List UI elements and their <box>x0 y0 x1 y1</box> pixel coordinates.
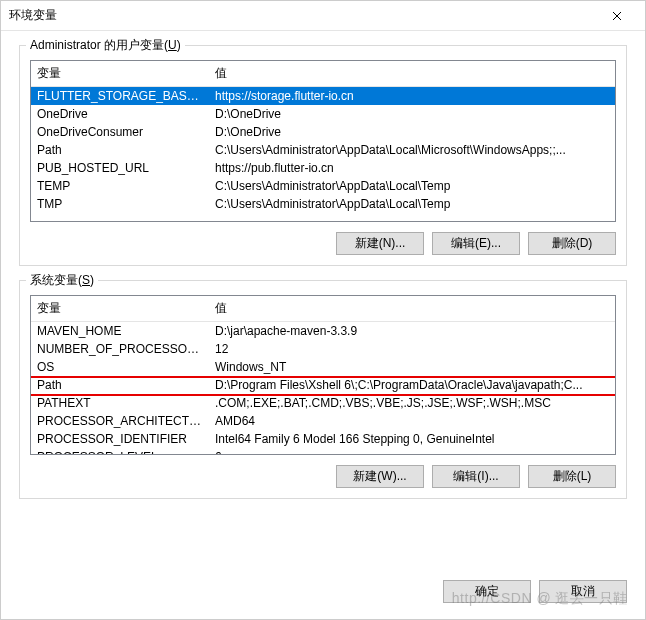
variable-name: FLUTTER_STORAGE_BASE_U... <box>31 88 209 104</box>
titlebar: 环境变量 <box>1 1 645 31</box>
system-vars-legend: 系统变量(S) <box>26 272 98 289</box>
table-row[interactable]: FLUTTER_STORAGE_BASE_U...https://storage… <box>31 87 615 105</box>
user-vars-list[interactable]: 变量 值 FLUTTER_STORAGE_BASE_U...https://st… <box>30 60 616 222</box>
table-row[interactable]: TEMPC:\Users\Administrator\AppData\Local… <box>31 177 615 195</box>
user-buttons: 新建(N)... 编辑(E)... 删除(D) <box>30 232 616 255</box>
table-row[interactable]: MAVEN_HOMED:\jar\apache-maven-3.3.9 <box>31 322 615 340</box>
variable-name: TEMP <box>31 178 209 194</box>
list-header: 变量 值 <box>31 61 615 87</box>
variable-value: D:\Program Files\Xshell 6\;C:\ProgramDat… <box>209 377 615 393</box>
user-new-button[interactable]: 新建(N)... <box>336 232 424 255</box>
table-row[interactable]: PathC:\Users\Administrator\AppData\Local… <box>31 141 615 159</box>
variable-value: https://storage.flutter-io.cn <box>209 88 615 104</box>
variable-name: PROCESSOR_ARCHITECTURE <box>31 413 209 429</box>
variable-value: 12 <box>209 341 615 357</box>
table-row[interactable]: PUB_HOSTED_URLhttps://pub.flutter-io.cn <box>31 159 615 177</box>
user-delete-button[interactable]: 删除(D) <box>528 232 616 255</box>
variable-name: OneDriveConsumer <box>31 124 209 140</box>
system-new-button[interactable]: 新建(W)... <box>336 465 424 488</box>
variable-value: 6 <box>209 449 615 455</box>
variable-value: C:\Users\Administrator\AppData\Local\Tem… <box>209 178 615 194</box>
list-header: 变量 值 <box>31 296 615 322</box>
variable-value: C:\Users\Administrator\AppData\Local\Tem… <box>209 196 615 212</box>
system-vars-group: 系统变量(S) 变量 值 MAVEN_HOMED:\jar\apache-mav… <box>19 280 627 499</box>
cancel-button[interactable]: 取消 <box>539 580 627 603</box>
variable-value: .COM;.EXE;.BAT;.CMD;.VBS;.VBE;.JS;.JSE;.… <box>209 395 615 411</box>
variable-value: D:\OneDrive <box>209 106 615 122</box>
variable-name: MAVEN_HOME <box>31 323 209 339</box>
variable-name: Path <box>31 142 209 158</box>
window-title: 环境变量 <box>9 7 57 24</box>
table-row[interactable]: TMPC:\Users\Administrator\AppData\Local\… <box>31 195 615 213</box>
env-vars-dialog: 环境变量 Administrator 的用户变量(U) 变量 值 FLUTTER… <box>0 0 646 620</box>
variable-value: D:\OneDrive <box>209 124 615 140</box>
variable-name: PROCESSOR_IDENTIFIER <box>31 431 209 447</box>
variable-name: NUMBER_OF_PROCESSORS <box>31 341 209 357</box>
col-header-variable[interactable]: 变量 <box>31 296 209 322</box>
system-edit-button[interactable]: 编辑(I)... <box>432 465 520 488</box>
table-row[interactable]: PathD:\Program Files\Xshell 6\;C:\Progra… <box>31 376 615 394</box>
dialog-footer: 确定 取消 <box>1 580 645 619</box>
user-edit-button[interactable]: 编辑(E)... <box>432 232 520 255</box>
col-header-variable[interactable]: 变量 <box>31 61 209 87</box>
variable-value: D:\jar\apache-maven-3.3.9 <box>209 323 615 339</box>
variable-value: https://pub.flutter-io.cn <box>209 160 615 176</box>
user-vars-group: Administrator 的用户变量(U) 变量 值 FLUTTER_STOR… <box>19 45 627 266</box>
user-vars-legend: Administrator 的用户变量(U) <box>26 37 185 54</box>
variable-name: TMP <box>31 196 209 212</box>
table-row[interactable]: OneDriveD:\OneDrive <box>31 105 615 123</box>
col-header-value[interactable]: 值 <box>209 61 615 87</box>
variable-name: OS <box>31 359 209 375</box>
table-row[interactable]: PROCESSOR_LEVEL6 <box>31 448 615 455</box>
dialog-content: Administrator 的用户变量(U) 变量 值 FLUTTER_STOR… <box>1 31 645 580</box>
variable-name: OneDrive <box>31 106 209 122</box>
table-row[interactable]: NUMBER_OF_PROCESSORS12 <box>31 340 615 358</box>
variable-value: Windows_NT <box>209 359 615 375</box>
variable-name: PUB_HOSTED_URL <box>31 160 209 176</box>
ok-button[interactable]: 确定 <box>443 580 531 603</box>
system-buttons: 新建(W)... 编辑(I)... 删除(L) <box>30 465 616 488</box>
table-row[interactable]: PROCESSOR_IDENTIFIERIntel64 Family 6 Mod… <box>31 430 615 448</box>
variable-name: Path <box>31 377 209 393</box>
table-row[interactable]: PATHEXT.COM;.EXE;.BAT;.CMD;.VBS;.VBE;.JS… <box>31 394 615 412</box>
close-button[interactable] <box>597 2 637 30</box>
variable-name: PROCESSOR_LEVEL <box>31 449 209 455</box>
variable-name: PATHEXT <box>31 395 209 411</box>
variable-value: AMD64 <box>209 413 615 429</box>
col-header-value[interactable]: 值 <box>209 296 615 322</box>
variable-value: Intel64 Family 6 Model 166 Stepping 0, G… <box>209 431 615 447</box>
system-delete-button[interactable]: 删除(L) <box>528 465 616 488</box>
table-row[interactable]: OneDriveConsumerD:\OneDrive <box>31 123 615 141</box>
close-icon <box>612 11 622 21</box>
variable-value: C:\Users\Administrator\AppData\Local\Mic… <box>209 142 615 158</box>
table-row[interactable]: PROCESSOR_ARCHITECTUREAMD64 <box>31 412 615 430</box>
table-row[interactable]: OSWindows_NT <box>31 358 615 376</box>
system-vars-list[interactable]: 变量 值 MAVEN_HOMED:\jar\apache-maven-3.3.9… <box>30 295 616 455</box>
